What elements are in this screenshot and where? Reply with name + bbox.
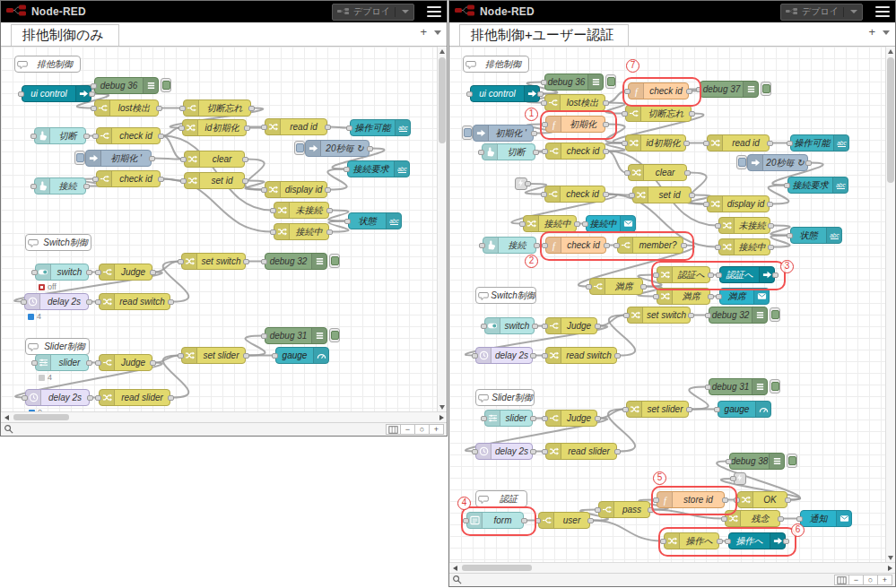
- input-port[interactable]: [715, 245, 721, 250]
- node-check-id[interactable]: check id: [96, 170, 161, 187]
- debug-toggle-button[interactable]: [761, 82, 771, 96]
- input-port[interactable]: [346, 125, 352, 131]
- output-port[interactable]: [689, 111, 695, 117]
- node-id初期化[interactable]: id初期化: [182, 119, 247, 136]
- node-set-id[interactable]: set id: [184, 172, 245, 189]
- node-Slider制御[interactable]: Slider制御: [25, 338, 90, 355]
- node-clear[interactable]: clear: [184, 151, 245, 168]
- wire[interactable]: [607, 91, 626, 103]
- input-port[interactable]: [179, 106, 186, 111]
- h-scrollbar[interactable]: [1, 411, 447, 422]
- node-初期化-'[interactable]: 初期化 ': [473, 125, 534, 142]
- wire[interactable]: [327, 169, 346, 190]
- scroll-down-button[interactable]: [438, 402, 447, 411]
- input-port[interactable]: [696, 87, 702, 92]
- scroll-right-button[interactable]: [436, 412, 447, 422]
- deploy-chevron-icon[interactable]: [402, 10, 409, 13]
- zoom-out-button[interactable]: −: [400, 424, 415, 435]
- input-port[interactable]: [261, 187, 267, 193]
- node-debug-31[interactable]: debug 31: [265, 327, 327, 344]
- node-check-id[interactable]: fcheck id: [628, 82, 689, 99]
- node-ui-control[interactable]: ui control: [470, 85, 540, 102]
- inject-button[interactable]: [74, 151, 85, 165]
- output-port[interactable]: [574, 221, 580, 227]
- node-操作可能[interactable]: 操作可能abc: [350, 119, 411, 136]
- input-port[interactable]: [18, 91, 24, 97]
- output-port[interactable]: [684, 170, 691, 176]
- input-port[interactable]: [787, 233, 793, 238]
- node-display-id[interactable]: display id: [265, 181, 327, 198]
- output-port[interactable]: [325, 187, 331, 193]
- input-port[interactable]: [519, 221, 526, 227]
- scroll-right-button[interactable]: [884, 563, 895, 573]
- debug-toggle-button[interactable]: [161, 78, 171, 92]
- node-未接続[interactable]: 未接続: [274, 202, 329, 219]
- node-ui-control[interactable]: ui control: [22, 85, 91, 102]
- input-port[interactable]: [714, 407, 720, 412]
- node-排他制御[interactable]: 排他制御: [14, 56, 81, 73]
- node-接続要求[interactable]: 接続要求abc: [787, 177, 848, 194]
- input-port[interactable]: [542, 416, 548, 421]
- output-port[interactable]: [243, 259, 249, 264]
- node-slider[interactable]: slider: [484, 410, 533, 427]
- wire[interactable]: [652, 510, 723, 519]
- input-port[interactable]: [479, 243, 485, 248]
- input-port[interactable]: [31, 360, 38, 366]
- output-port[interactable]: [686, 89, 692, 94]
- node-pass[interactable]: pass: [598, 501, 650, 518]
- output-port[interactable]: [156, 106, 162, 111]
- input-port[interactable]: [586, 284, 592, 290]
- node-満席[interactable]: 満席: [589, 278, 643, 295]
- input-port[interactable]: [261, 125, 267, 130]
- node-read-slider[interactable]: read slider: [99, 389, 170, 406]
- zoom-out-button[interactable]: −: [848, 575, 864, 585]
- output-port[interactable]: [150, 360, 156, 366]
- node-20秒毎-↻[interactable]: 20秒毎 ↻: [747, 154, 808, 171]
- node-切断[interactable]: 切断: [482, 143, 535, 160]
- search-icon[interactable]: [452, 572, 462, 587]
- input-port[interactable]: [715, 223, 721, 229]
- input-port[interactable]: [344, 167, 350, 172]
- node-clear[interactable]: clear: [628, 164, 687, 181]
- input-port[interactable]: [95, 299, 101, 305]
- node-switch[interactable]: switch: [484, 317, 535, 334]
- node-store-id[interactable]: fstore id: [657, 491, 725, 508]
- output-port[interactable]: [717, 539, 723, 544]
- inject-button[interactable]: [462, 125, 473, 140]
- output-port[interactable]: [768, 245, 774, 250]
- input-port[interactable]: [721, 516, 727, 522]
- output-port[interactable]: [87, 395, 93, 401]
- wire[interactable]: [329, 127, 348, 128]
- input-port[interactable]: [730, 476, 736, 481]
- input-port[interactable]: [542, 353, 548, 359]
- node-delay-2s[interactable]: delay 2s: [475, 347, 533, 364]
- add-tab-button[interactable]: +: [420, 27, 427, 38]
- node-未接続[interactable]: 未接続: [718, 217, 770, 234]
- node-切断[interactable]: 切断: [34, 127, 86, 144]
- node-debug-36[interactable]: debug 36: [544, 74, 604, 91]
- input-port[interactable]: [91, 83, 97, 89]
- h-scroll-thumb[interactable]: [462, 565, 532, 571]
- input-port[interactable]: [787, 141, 793, 146]
- output-port[interactable]: [768, 223, 774, 229]
- node-排他制御[interactable]: 排他制御: [463, 56, 529, 73]
- node-debug-32[interactable]: debug 32: [709, 307, 768, 324]
- node-初期化[interactable]: f初期化: [545, 116, 605, 133]
- node-Slider制御[interactable]: Slider制御: [475, 389, 535, 406]
- node-delay-2s[interactable]: delay 2s: [24, 293, 89, 310]
- node-check-id[interactable]: check id: [96, 127, 161, 144]
- output-port[interactable]: [86, 270, 92, 275]
- input-port[interactable]: [796, 516, 803, 522]
- h-scrollbar[interactable]: [449, 562, 895, 573]
- input-port[interactable]: [270, 229, 276, 235]
- input-port[interactable]: [653, 294, 659, 299]
- output-port[interactable]: [168, 299, 174, 305]
- zoom-reset-button[interactable]: ○: [863, 575, 878, 585]
- output-port[interactable]: [772, 272, 779, 278]
- node-Judge[interactable]: Judge: [545, 317, 597, 334]
- deploy-chevron-icon[interactable]: [850, 10, 857, 13]
- input-port[interactable]: [91, 106, 97, 111]
- input-port[interactable]: [541, 80, 547, 85]
- debug-toggle-button[interactable]: [329, 328, 340, 342]
- tab-flow[interactable]: 排他制御+ユーザー認証: [459, 24, 629, 46]
